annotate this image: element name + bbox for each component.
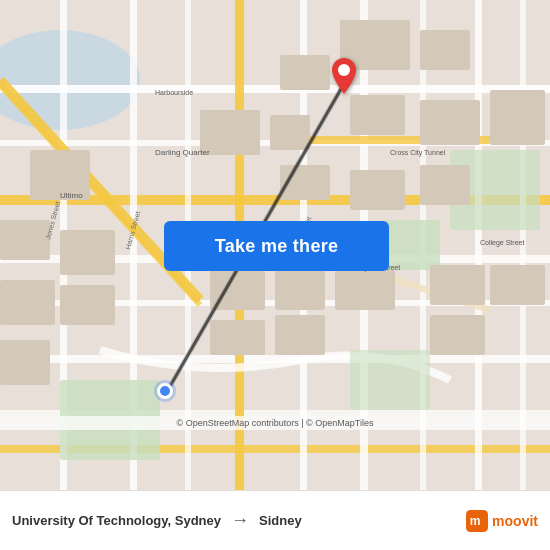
svg-rect-23: [380, 220, 440, 270]
route-info: University Of Technology, Sydney → Sidne…: [12, 510, 466, 531]
svg-rect-50: [60, 285, 115, 325]
svg-rect-48: [60, 230, 115, 275]
svg-rect-2: [0, 85, 550, 93]
svg-rect-40: [335, 270, 395, 310]
svg-text:m: m: [470, 514, 481, 528]
svg-rect-42: [275, 315, 325, 355]
current-location-dot: [157, 383, 173, 399]
moovit-text: moovit: [492, 513, 538, 529]
map-container: Jones Street Harris Street George Street…: [0, 0, 550, 490]
svg-text:College Street: College Street: [480, 239, 524, 247]
svg-text:Harbourside: Harbourside: [155, 89, 193, 96]
svg-rect-47: [0, 220, 50, 260]
svg-rect-51: [0, 340, 50, 385]
svg-point-64: [338, 64, 350, 76]
svg-rect-36: [350, 170, 405, 210]
moovit-icon: m: [466, 510, 488, 532]
take-me-there-button[interactable]: Take me there: [164, 221, 389, 271]
svg-rect-34: [490, 90, 545, 145]
arrow-icon: →: [231, 510, 249, 531]
svg-rect-32: [350, 95, 405, 135]
svg-rect-26: [350, 350, 430, 410]
svg-text:Cross City Tunnel: Cross City Tunnel: [390, 149, 446, 157]
svg-rect-39: [275, 265, 325, 310]
svg-rect-33: [420, 100, 480, 145]
svg-text:Darling Quarter: Darling Quarter: [155, 148, 210, 157]
destination-pin: [332, 58, 356, 98]
svg-text:Ultimo: Ultimo: [60, 191, 83, 200]
svg-rect-27: [280, 55, 330, 90]
bottom-bar: University Of Technology, Sydney → Sidne…: [0, 490, 550, 550]
destination-label: Sidney: [259, 513, 302, 528]
origin-label: University Of Technology, Sydney: [12, 513, 221, 528]
moovit-logo: m moovit: [466, 510, 538, 532]
svg-rect-29: [420, 30, 470, 70]
map-attribution: © OpenStreetMap contributors | © OpenMap…: [0, 416, 550, 430]
svg-rect-49: [0, 280, 55, 325]
svg-rect-31: [270, 115, 310, 150]
svg-rect-41: [210, 320, 265, 355]
svg-rect-44: [430, 315, 485, 355]
svg-rect-45: [490, 265, 545, 305]
svg-rect-43: [430, 265, 485, 305]
svg-rect-37: [420, 165, 470, 205]
